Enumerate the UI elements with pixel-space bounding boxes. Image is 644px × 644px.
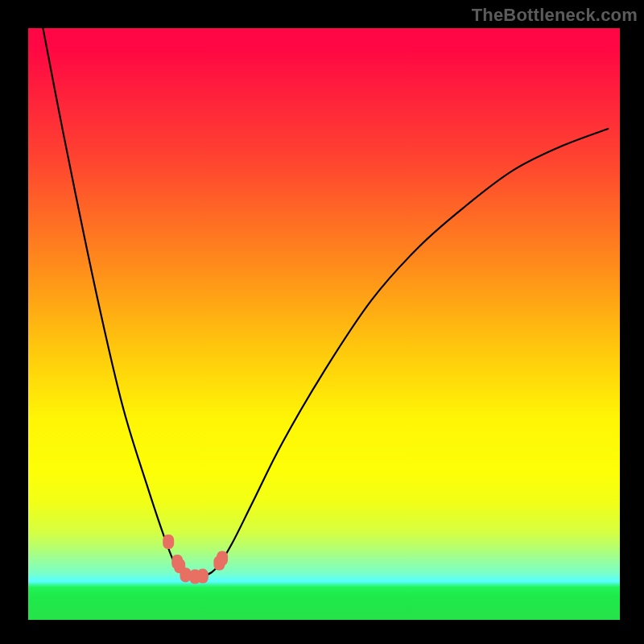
markers-layer (163, 535, 228, 584)
curve-layer (43, 28, 608, 577)
bottleneck-curve (43, 28, 608, 577)
chart-frame: TheBottleneck.com (0, 0, 644, 644)
watermark-text: TheBottleneck.com (472, 5, 638, 26)
highlight-point (197, 569, 208, 584)
highlight-point (163, 535, 174, 549)
chart-svg (28, 28, 620, 620)
highlight-point (217, 551, 228, 566)
